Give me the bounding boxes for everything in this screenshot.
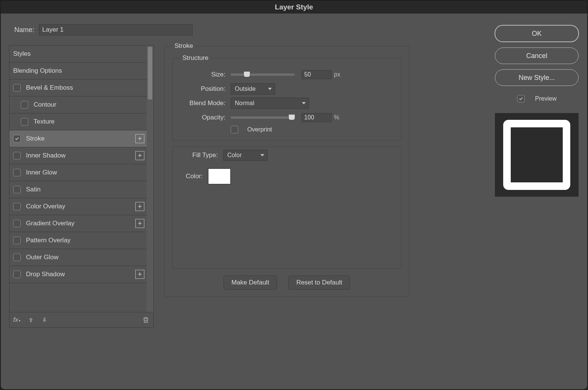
style-checkbox[interactable] (21, 101, 28, 109)
styles-footer: fx▾ (9, 312, 153, 327)
style-item-satin[interactable]: Satin (9, 181, 147, 198)
reset-default-button[interactable]: Reset to Default (288, 275, 350, 290)
settings-panel: Stroke Structure Size: px Position: (164, 42, 409, 362)
style-item-pattern-overlay[interactable]: Pattern Overlay (9, 232, 147, 249)
position-row: Position: Outside (180, 83, 394, 95)
move-down-icon[interactable] (41, 317, 48, 323)
styles-list: Styles Blending Options Bevel & EmbossCo… (9, 46, 153, 312)
color-row: Color: (180, 170, 394, 182)
position-select[interactable]: Outside (231, 83, 275, 95)
style-item-bevel-emboss[interactable]: Bevel & Emboss (9, 80, 147, 96)
style-checkbox[interactable] (21, 118, 28, 125)
opacity-slider-thumb[interactable] (288, 114, 295, 120)
add-effect-icon[interactable]: + (135, 151, 144, 160)
preview-row: Preview (517, 95, 557, 102)
titlebar: Layer Style (1, 1, 587, 14)
position-label: Position: (180, 85, 225, 93)
style-item-label: Color Overlay (26, 203, 65, 210)
cancel-button[interactable]: Cancel (495, 47, 579, 64)
style-item-label: Texture (34, 118, 55, 125)
right-column: OK Cancel New Style... Preview (495, 25, 578, 197)
overprint-label: Overprint (247, 126, 272, 133)
styles-panel: Styles Blending Options Bevel & EmbossCo… (9, 45, 154, 328)
opacity-label: Opacity: (180, 114, 225, 121)
style-checkbox[interactable] (13, 84, 21, 92)
name-input[interactable] (39, 24, 193, 35)
name-row: Name: (14, 24, 193, 35)
trash-icon[interactable] (142, 316, 150, 324)
style-checkbox[interactable] (13, 169, 21, 176)
style-checkbox[interactable] (13, 254, 21, 261)
add-effect-icon[interactable]: + (135, 202, 144, 211)
style-item-drop-shadow[interactable]: Drop Shadow+ (9, 266, 147, 283)
style-item-label: Inner Shadow (26, 152, 66, 159)
color-label: Color: (180, 173, 203, 180)
style-item-contour[interactable]: Contour (9, 96, 147, 113)
size-slider-thumb[interactable] (243, 71, 250, 77)
blending-options[interactable]: Blending Options (9, 63, 147, 80)
structure-fieldset: Structure Size: px Position: Outside (172, 54, 401, 141)
blend-select[interactable]: Normal (231, 98, 309, 109)
style-checkbox[interactable] (13, 237, 21, 244)
fx-menu[interactable]: fx▾ (13, 316, 21, 324)
size-label: Size: (180, 71, 225, 78)
filltype-select[interactable]: Color (223, 150, 268, 161)
preview-label: Preview (535, 95, 557, 102)
overprint-checkbox[interactable] (231, 126, 238, 133)
dialog-content: Name: Styles Blending Options Bevel & Em… (1, 14, 587, 389)
opacity-slider[interactable] (231, 116, 295, 119)
default-actions: Make Default Reset to Default (172, 275, 401, 290)
preview-checkbox[interactable] (517, 95, 525, 102)
add-effect-icon[interactable]: + (135, 270, 144, 279)
style-item-label: Contour (34, 101, 56, 109)
style-item-inner-glow[interactable]: Inner Glow (9, 164, 147, 181)
structure-legend: Structure (180, 54, 211, 62)
filltype-row: Fill Type: Color (180, 149, 394, 161)
new-style-button[interactable]: New Style... (495, 69, 579, 86)
style-checkbox[interactable] (13, 135, 21, 142)
filltype-label: Fill Type: (180, 151, 218, 159)
window-title: Layer Style (275, 3, 313, 11)
style-item-outer-glow[interactable]: Outer Glow (9, 249, 147, 266)
size-unit: px (334, 71, 340, 78)
overprint-row: Overprint (231, 126, 394, 133)
style-item-label: Stroke (26, 135, 44, 142)
style-checkbox[interactable] (13, 152, 21, 159)
styles-header[interactable]: Styles (9, 46, 147, 63)
size-slider[interactable] (231, 73, 295, 76)
style-checkbox[interactable] (13, 271, 21, 278)
blend-label: Blend Mode: (180, 99, 225, 107)
fill-fieldset: Fill Type: Color Color: (172, 147, 401, 269)
style-item-label: Gradient Overlay (26, 220, 75, 227)
style-item-label: Inner Glow (26, 169, 57, 176)
name-label: Name: (14, 26, 34, 34)
style-item-inner-shadow[interactable]: Inner Shadow+ (9, 147, 147, 164)
opacity-unit: % (334, 114, 339, 121)
stroke-legend: Stroke (172, 42, 195, 50)
styles-scrollbar[interactable] (147, 46, 153, 312)
style-item-gradient-overlay[interactable]: Gradient Overlay+ (9, 215, 147, 232)
preview-inner-icon (503, 120, 570, 190)
style-item-label: Pattern Overlay (26, 237, 70, 244)
style-checkbox[interactable] (13, 186, 21, 193)
opacity-row: Opacity: % (180, 112, 394, 124)
opacity-input[interactable] (302, 113, 332, 122)
blend-row: Blend Mode: Normal (180, 97, 394, 109)
stroke-fieldset: Stroke Structure Size: px Position: (164, 42, 409, 297)
style-checkbox[interactable] (13, 203, 21, 210)
ok-button[interactable]: OK (495, 25, 579, 42)
move-up-icon[interactable] (28, 317, 34, 323)
style-item-stroke[interactable]: Stroke+ (9, 130, 147, 147)
make-default-button[interactable]: Make Default (224, 275, 277, 290)
style-item-label: Outer Glow (26, 254, 58, 261)
style-checkbox[interactable] (13, 220, 21, 227)
layer-style-dialog: Layer Style Name: Styles Blending Option… (1, 1, 587, 389)
size-row: Size: px (180, 69, 394, 81)
style-item-label: Satin (26, 186, 41, 193)
style-item-texture[interactable]: Texture (9, 113, 147, 130)
style-item-color-overlay[interactable]: Color Overlay+ (9, 198, 147, 215)
size-input[interactable] (302, 70, 332, 79)
color-swatch[interactable] (208, 168, 231, 184)
add-effect-icon[interactable]: + (135, 134, 144, 143)
add-effect-icon[interactable]: + (135, 219, 144, 228)
